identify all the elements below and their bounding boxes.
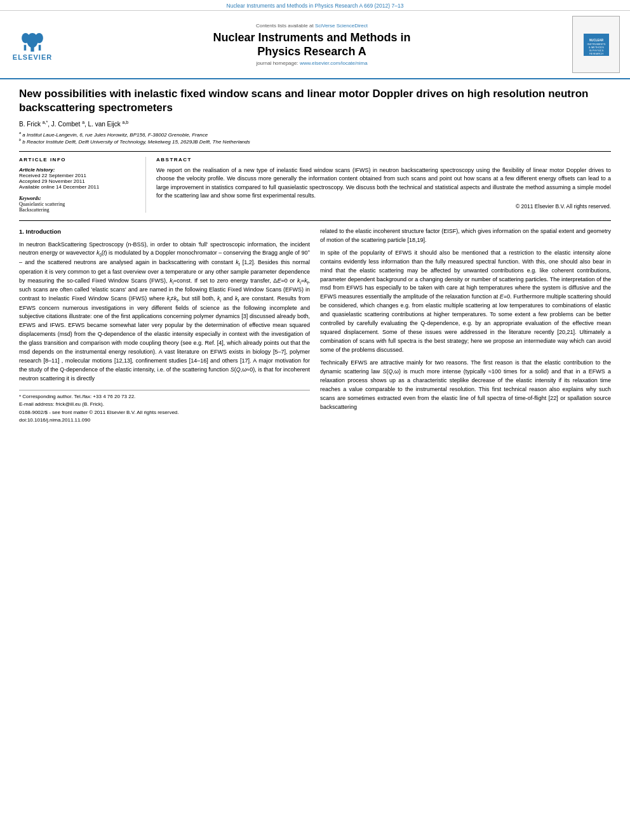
article-title: New possibilities with inelastic fixed w… bbox=[19, 87, 611, 115]
sciverse-link[interactable]: SciVerse ScienceDirect bbox=[315, 23, 368, 29]
keyword-1: Quasielastic scattering bbox=[19, 201, 139, 207]
svg-point-3 bbox=[35, 33, 43, 43]
footnote-corresponding: * Corresponding author. Tel./fax: +33 4 … bbox=[19, 393, 310, 401]
journal-citation-bar: Nuclear Instruments and Methods in Physi… bbox=[0, 0, 630, 11]
elsevier-wordmark: ELSEVIER bbox=[13, 53, 52, 61]
journal-title: Nuclear Instruments and Methods in Physi… bbox=[55, 31, 569, 58]
body-section: 1. Introduction In neutron BackScatterin… bbox=[19, 220, 611, 425]
body-col-right: related to the elastic incoherent struct… bbox=[320, 227, 611, 425]
history-label: Article history: bbox=[19, 167, 55, 173]
copyright-line: © 2011 Elsevier B.V. All rights reserved… bbox=[156, 203, 611, 210]
affiliation-b: b b Reactor Institute Delft, Delft Unive… bbox=[19, 138, 611, 145]
body-paragraph-1: In neutron BackScattering Spectroscopy (… bbox=[19, 241, 310, 383]
footnote-email: E-mail address: frick@ill.eu (B. Frick). bbox=[19, 401, 310, 408]
svg-point-2 bbox=[22, 33, 29, 43]
authors-line: B. Frick a,*, J. Combet a, L. van Eijck … bbox=[19, 120, 611, 128]
journal-logo-inner: NUCLEAR INSTRUMENTS & METHODS IN PHYSICS… bbox=[572, 16, 620, 73]
journal-citation-text: Nuclear Instruments and Methods in Physi… bbox=[227, 3, 404, 9]
footnote-doi: doi:10.1016/j.nima.2011.11.090 bbox=[19, 417, 310, 424]
journal-logo-box: NUCLEAR INSTRUMENTS & METHODS IN PHYSICS… bbox=[569, 16, 620, 73]
received-date: Received 22 September 2011 bbox=[19, 173, 139, 178]
footnote-issn: 0168-9002/$ - see front matter © 2011 El… bbox=[19, 409, 310, 417]
body-paragraph-3: In spite of the popularity of EFWS it sh… bbox=[320, 249, 611, 355]
keyword-2: Backscattering bbox=[19, 207, 139, 213]
journal-logo-icon: NUCLEAR INSTRUMENTS & METHODS IN PHYSICS… bbox=[584, 34, 609, 56]
journal-center-info: Contents lists available at SciVerse Sci… bbox=[55, 23, 569, 66]
abstract-column: Abstract We report on the realisation of… bbox=[156, 157, 611, 213]
keywords-block: Keywords: Quasielastic scattering Backsc… bbox=[19, 195, 139, 213]
info-abstract-section: Article Info Article history: Received 2… bbox=[19, 151, 611, 213]
accepted-date: Accepted 29 November 2011 bbox=[19, 178, 139, 184]
svg-text:NUCLEAR: NUCLEAR bbox=[589, 39, 604, 42]
abstract-heading: Abstract bbox=[156, 157, 611, 163]
footnotes: * Corresponding author. Tel./fax: +33 4 … bbox=[19, 390, 310, 425]
elsevier-logo: ELSEVIER bbox=[10, 28, 55, 61]
svg-rect-5 bbox=[39, 45, 41, 51]
article-info-heading: Article Info bbox=[19, 157, 139, 163]
keywords-label: Keywords: bbox=[19, 196, 41, 201]
journal-homepage: journal homepage: www.elsevier.com/locat… bbox=[55, 60, 569, 66]
homepage-link[interactable]: www.elsevier.com/locate/nima bbox=[300, 60, 368, 66]
svg-text:RESEARCH: RESEARCH bbox=[589, 52, 603, 55]
affiliation-a: a a Institut Laue-Langevin, 6, rue Jules… bbox=[19, 131, 611, 138]
section1-title: 1. Introduction bbox=[19, 227, 310, 237]
body-paragraph-2: related to the elastic incoherent struct… bbox=[320, 227, 611, 245]
article-content: New possibilities with inelastic fixed w… bbox=[0, 79, 630, 432]
svg-rect-4 bbox=[24, 45, 27, 51]
body-col-left: 1. Introduction In neutron BackScatterin… bbox=[19, 227, 310, 425]
abstract-text: We report on the realisation of a new ty… bbox=[156, 166, 611, 201]
article-info-column: Article Info Article history: Received 2… bbox=[19, 157, 146, 213]
body-paragraph-4: Technically EFWS are attractive mainly f… bbox=[320, 359, 611, 412]
article-history: Article history: Received 22 September 2… bbox=[19, 166, 139, 190]
available-date: Available online 14 December 2011 bbox=[19, 184, 139, 190]
affiliations: a a Institut Laue-Langevin, 6, rue Jules… bbox=[19, 131, 611, 145]
sciverse-text: Contents lists available at SciVerse Sci… bbox=[55, 23, 569, 29]
elsevier-tree-icon bbox=[17, 28, 48, 53]
journal-header: ELSEVIER Contents lists available at Sci… bbox=[0, 11, 630, 79]
